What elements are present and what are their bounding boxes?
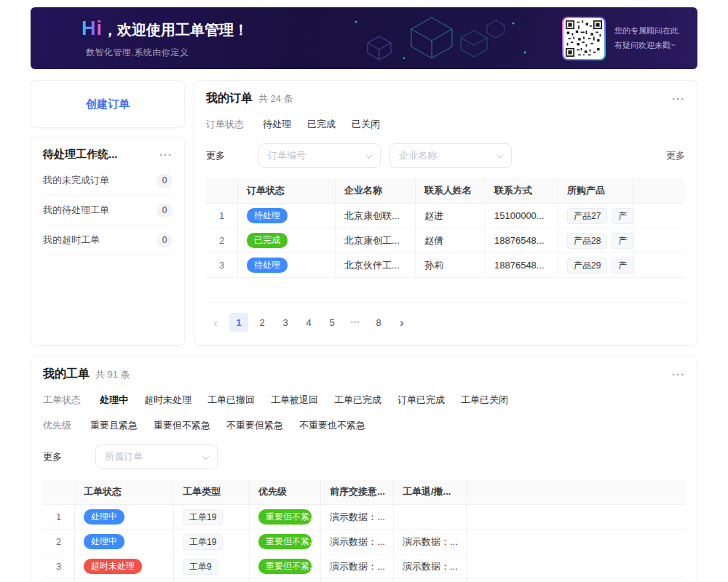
header-return-withdraw: 工单退/撤... — [394, 479, 467, 504]
page: Hi ，欢迎使用工单管理！ 数智化管理,系统由你定义 — [0, 0, 728, 582]
phone-cell: 15100000... — [486, 204, 558, 228]
orders-more-filters-label: 更多 — [206, 149, 225, 162]
product-tag-truncated: 产 — [612, 233, 633, 249]
order-status-filter-row: 订单状态 待处理 已完成 已关闭 — [206, 118, 685, 131]
order-no-select[interactable]: 订单编号 — [258, 143, 381, 168]
company-cell: 北京康创联... — [336, 204, 416, 228]
ticket-status-filter-row: 工单状态 处理中 超时未处理 工单已撤回 工单被退回 工单已完成 订单已完成 工… — [43, 394, 685, 407]
filter-option-order-pending[interactable]: 待处理 — [263, 118, 291, 131]
welcome-banner: Hi ，欢迎使用工单管理！ 数智化管理,系统由你定义 — [31, 7, 697, 69]
stat-value: 0 — [157, 204, 173, 218]
filter-option-ticket-closed[interactable]: 工单已关闭 — [461, 394, 508, 407]
row-index: 2 — [43, 530, 75, 554]
qr-note-line2: 有疑问欢迎来戳~ — [614, 39, 678, 53]
stat-row-pending-tickets[interactable]: 我的待处理工单 0 — [43, 196, 173, 226]
order-row[interactable]: 3 待处理 北京伙伴工... 孙莉 18876548... 产品29产 — [206, 253, 685, 278]
tickets-more-filter-row: 更多 所属订单 — [43, 445, 685, 469]
more-menu-icon[interactable]: ··· — [159, 149, 173, 160]
page-button-5[interactable]: 5 — [323, 313, 341, 332]
filter-option-withdrawn[interactable]: 工单已撤回 — [207, 394, 255, 407]
row-index: 3 — [43, 554, 75, 578]
company-name-placeholder: 企业名称 — [399, 149, 437, 162]
contact-cell: 赵进 — [416, 204, 486, 228]
filter-option-returned[interactable]: 工单被退回 — [271, 394, 318, 407]
parent-order-placeholder: 所属订单 — [105, 450, 143, 463]
page-button-3[interactable]: 3 — [276, 313, 295, 332]
more-menu-icon[interactable]: ··· — [672, 93, 685, 104]
page-button-2[interactable]: 2 — [253, 313, 272, 332]
create-order-button[interactable]: 创建订单 — [86, 97, 130, 111]
stat-label: 我的未完成订单 — [43, 174, 109, 187]
filter-option-important-not-urgent[interactable]: 重要但不紧急 — [154, 419, 210, 432]
filter-option-not-important-not-urgent[interactable]: 不重要也不紧急 — [299, 419, 365, 432]
stat-label: 我的待处理工单 — [43, 204, 109, 217]
stat-row-unfinished-orders[interactable]: 我的未完成订单 0 — [43, 166, 173, 196]
pending-work-stats-card: 待处理工作统... ··· 我的未完成订单 0 我的待处理工单 0 我的超时工单… — [31, 137, 185, 346]
order-row[interactable]: 1 待处理 北京康创联... 赵进 15100000... 产品27产 — [206, 204, 685, 228]
filter-option-processing[interactable]: 处理中 — [100, 394, 128, 407]
filter-option-order-done[interactable]: 已完成 — [307, 118, 336, 131]
header-pre-handover: 前序交接意... — [321, 479, 394, 504]
prev-page-button[interactable]: ‹ — [206, 313, 225, 332]
header-phone: 联系方式 — [486, 178, 558, 203]
order-status-badge: 待处理 — [247, 208, 288, 223]
orders-more-link[interactable]: 更多 — [666, 149, 685, 162]
return-withdraw-cell — [394, 505, 467, 529]
stat-value: 0 — [157, 174, 173, 188]
company-name-select[interactable]: 企业名称 — [389, 143, 512, 168]
pre-handover-cell: 演示数据：... — [321, 554, 394, 578]
pre-handover-cell: 演示数据：... — [321, 579, 394, 582]
order-row[interactable]: 2 已完成 北京康创工... 赵倩 18876548... 产品28产 — [206, 228, 685, 253]
page-ellipsis[interactable]: ••• — [346, 313, 365, 332]
priority-badge: 重要但不紧... — [258, 534, 312, 549]
page-button-1[interactable]: 1 — [229, 313, 248, 332]
return-withdraw-cell: 演示数据：... — [394, 579, 467, 582]
pre-handover-cell: 演示数据：... — [321, 505, 394, 529]
filter-option-order-done[interactable]: 订单已完成 — [397, 394, 445, 407]
parent-order-select[interactable]: 所属订单 — [95, 445, 218, 469]
product-tag: 产品29 — [567, 258, 607, 274]
next-page-button[interactable]: › — [392, 313, 411, 332]
my-orders-panel: 我的订单 共 24 条 ··· 订单状态 待处理 已完成 已关闭 更多 订单编号… — [194, 80, 697, 346]
chevron-down-icon — [496, 151, 504, 159]
phone-cell: 18876548... — [486, 228, 558, 252]
tickets-panel-title: 我的工单 — [43, 367, 90, 382]
contact-cell: 赵倩 — [416, 228, 486, 252]
filter-option-not-important-urgent[interactable]: 不重要但紧急 — [226, 419, 283, 432]
stats-card-title: 待处理工作统... — [43, 148, 118, 162]
stat-label: 我的超时工单 — [43, 234, 100, 247]
filter-option-ticket-done[interactable]: 工单已完成 — [334, 394, 381, 407]
priority-filter-label: 优先级 — [43, 419, 71, 432]
row-index: 4 — [43, 579, 75, 582]
order-status-badge: 待处理 — [247, 258, 288, 273]
ticket-row[interactable]: 2 处理中 工单19 重要但不紧... 演示数据：... 演示数据：... — [43, 530, 685, 554]
ticket-status-filter-label: 工单状态 — [43, 394, 81, 407]
company-cell: 北京康创工... — [336, 228, 416, 252]
tickets-count: 共 91 条 — [95, 368, 130, 381]
orders-table: 订单状态 企业名称 联系人姓名 联系方式 所购产品 1 待处理 北京康创联...… — [206, 178, 685, 303]
filter-option-important-urgent[interactable]: 重要且紧急 — [90, 419, 138, 432]
phone-cell: 18876548... — [486, 253, 558, 277]
pagination: ‹ 1 2 3 4 5 ••• 8 › — [206, 313, 685, 332]
stat-row-overtime-tickets[interactable]: 我的超时工单 0 — [43, 226, 173, 255]
orders-count: 共 24 条 — [258, 92, 293, 105]
page-button-8[interactable]: 8 — [369, 313, 388, 332]
page-button-4[interactable]: 4 — [299, 313, 318, 332]
ticket-row[interactable]: 4 工单已撤回 工单16 重要但不紧... 演示数据：... 演示数据：... — [43, 579, 685, 582]
banner-decoration-graphic — [323, 7, 541, 69]
chevron-down-icon — [365, 151, 373, 159]
order-status-badge: 已完成 — [247, 233, 288, 248]
ticket-type-tag: 工单19 — [183, 534, 223, 550]
filter-option-overtime[interactable]: 超时未处理 — [144, 394, 191, 407]
company-cell: 北京伙伴工... — [336, 253, 416, 277]
more-menu-icon[interactable]: ··· — [672, 369, 685, 380]
ticket-type-tag: 工单19 — [183, 509, 223, 525]
left-sidebar: 创建订单 待处理工作统... ··· 我的未完成订单 0 我的待处理工单 0 我… — [31, 80, 185, 346]
product-tag: 产品28 — [567, 233, 607, 249]
ticket-row[interactable]: 1 处理中 工单19 重要但不紧... 演示数据：... — [43, 505, 685, 530]
header-ticket-type: 工单类型 — [174, 479, 250, 504]
filter-option-order-closed[interactable]: 已关闭 — [352, 118, 380, 131]
ticket-row[interactable]: 3 超时未处理 工单9 重要但不紧... 演示数据：... 演示数据：... — [43, 554, 685, 579]
product-tag-truncated: 产 — [612, 208, 633, 224]
return-withdraw-cell: 演示数据：... — [394, 530, 467, 554]
